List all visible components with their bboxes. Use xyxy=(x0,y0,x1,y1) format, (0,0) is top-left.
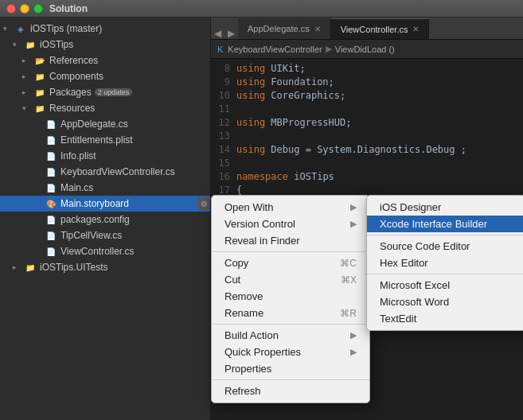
sidebar-item-label: Packages xyxy=(49,87,92,98)
sidebar-item-label: iOSTips xyxy=(40,39,73,50)
arrow-icon: ▸ xyxy=(13,263,24,271)
cm-separator xyxy=(212,324,369,325)
sidebar-item-label: Components xyxy=(49,71,103,82)
submenu-item-source-code-editor[interactable]: Source Code Editor xyxy=(367,238,523,255)
breadcrumb-class[interactable]: KeyboardViewController xyxy=(228,45,322,54)
submenu-item-ios-designer[interactable]: iOS Designer xyxy=(367,199,523,216)
tab-viewcontroller[interactable]: ViewController.cs ✕ xyxy=(331,18,430,39)
code-line: 8using UIKit; xyxy=(211,62,523,76)
shortcut-label: ⌘X xyxy=(341,274,357,286)
submenu-item-hex-editor[interactable]: Hex Editor xyxy=(367,255,523,271)
context-menu-item-rename[interactable]: Rename ⌘R xyxy=(212,305,369,321)
sidebar-item-iostips-master[interactable]: ▾ ◈ iOSTips (master) xyxy=(0,21,210,37)
title-bar: Solution xyxy=(0,0,523,18)
submenu-item-ms-excel[interactable]: Microsoft Excel xyxy=(367,277,523,294)
sidebar-item-appdelegate[interactable]: 📄 AppDelegate.cs xyxy=(0,116,210,132)
sidebar-item-keyboardviewcontroller[interactable]: 📄 KeyboardViewController.cs xyxy=(0,164,210,180)
tab-appdelegate[interactable]: AppDelegate.cs ✕ xyxy=(238,18,331,39)
sidebar-item-label: ViewController.cs xyxy=(60,246,134,257)
cs-icon: 📄 xyxy=(45,118,57,130)
sidebar-item-references[interactable]: ▸ 📂 References xyxy=(0,52,210,68)
tab-nav-prev[interactable]: ◀ xyxy=(211,28,224,39)
context-menu-item-version-control[interactable]: Version Control ▶ xyxy=(212,216,369,232)
code-line: 13 xyxy=(211,130,523,143)
context-menu-item-properties[interactable]: Properties xyxy=(212,360,369,377)
tab-nav-next[interactable]: ▶ xyxy=(224,28,238,39)
sidebar-item-info-plist[interactable]: 📄 Info.plist xyxy=(0,148,210,164)
cm-item-label: Properties xyxy=(224,363,271,375)
submenu-item-ms-word[interactable]: Microsoft Word xyxy=(367,294,523,310)
cm-item-label: Version Control xyxy=(224,218,295,230)
folder-icon: 📁 xyxy=(24,261,37,274)
minimize-button[interactable] xyxy=(20,4,29,14)
cm-item-label: iOS Designer xyxy=(380,201,441,213)
plist-icon: 📄 xyxy=(45,134,57,146)
sidebar-item-tipcellview[interactable]: 📄 TipCellView.cs xyxy=(0,228,210,243)
context-menu-item-copy[interactable]: Copy ⌘C xyxy=(212,255,369,271)
sidebar-item-packages[interactable]: ▸ 📁 Packages 2 updates xyxy=(0,84,210,100)
code-line: 14using Debug = System.Diagnostics.Debug… xyxy=(211,143,523,157)
code-line: 11 xyxy=(211,103,523,116)
cm-item-label: Rename xyxy=(224,307,263,319)
code-line: 12using MBProgressHUD; xyxy=(211,116,523,130)
cm-item-label: Microsoft Excel xyxy=(380,279,450,291)
cm-separator xyxy=(212,379,369,380)
context-menu-item-quick-properties[interactable]: Quick Properties ▶ xyxy=(212,344,369,360)
sidebar-item-label: packages.config xyxy=(60,214,130,225)
cs-icon: 📄 xyxy=(45,165,57,178)
arrow-icon: ▾ xyxy=(3,25,14,33)
code-line: 16namespace iOSTips xyxy=(211,170,523,184)
cm-item-label: Xcode Interface Builder xyxy=(380,218,487,230)
tab-label: AppDelegate.cs xyxy=(248,24,310,33)
context-menu-item-refresh[interactable]: Refresh xyxy=(212,383,369,399)
context-menu-item-remove[interactable]: Remove xyxy=(212,288,369,305)
sidebar-item-packages-config[interactable]: 📄 packages.config xyxy=(0,212,210,228)
cm-item-label: Reveal in Finder xyxy=(224,235,300,247)
window-controls xyxy=(6,4,43,14)
submenu-arrow-icon: ▶ xyxy=(350,219,357,229)
cm-item-label: Open With xyxy=(224,201,273,213)
sidebar-item-label: Resources xyxy=(49,103,95,114)
cm-separator xyxy=(367,274,523,274)
sidebar-item-label: KeyboardViewController.cs xyxy=(60,166,175,177)
code-line: 10using CoreGraphics; xyxy=(211,89,523,103)
project-icon: ◈ xyxy=(14,22,27,35)
maximize-button[interactable] xyxy=(33,4,43,14)
context-menu-item-build-action[interactable]: Build Action ▶ xyxy=(212,327,369,344)
cs-icon: 📄 xyxy=(45,181,57,194)
sidebar-item-entitlements[interactable]: 📄 Entitlements.plist xyxy=(0,132,210,148)
sidebar-item-label: Info.plist xyxy=(60,150,96,161)
ref-icon: 📂 xyxy=(33,54,46,67)
cm-item-label: Hex Editor xyxy=(380,257,428,269)
arrow-icon: ▾ xyxy=(22,104,33,112)
close-button[interactable] xyxy=(6,4,16,14)
context-menu-item-reveal-in-finder[interactable]: Reveal in Finder xyxy=(212,232,369,249)
window-title: Solution xyxy=(49,3,88,14)
tab-close-icon[interactable]: ✕ xyxy=(412,25,419,33)
tab-close-icon[interactable]: ✕ xyxy=(314,25,321,33)
arrow-icon: ▸ xyxy=(22,56,33,64)
cm-separator xyxy=(367,235,523,235)
cm-item-label: TextEdit xyxy=(380,313,416,325)
submenu-open-with: iOS Designer Xcode Interface Builder Sou… xyxy=(366,195,523,331)
sidebar-item-label: Main.cs xyxy=(60,182,93,193)
sidebar-item-iostips[interactable]: ▾ 📁 iOSTips xyxy=(0,37,210,52)
sidebar-item-label: TipCellView.cs xyxy=(60,230,122,241)
cs-icon: 📄 xyxy=(45,229,57,242)
sidebar-item-main-cs[interactable]: 📄 Main.cs xyxy=(0,180,210,196)
sidebar-item-components[interactable]: ▸ 📁 Components xyxy=(0,68,210,84)
submenu-item-textedit[interactable]: TextEdit xyxy=(367,310,523,327)
context-menu-item-open-with[interactable]: Open With ▶ xyxy=(212,199,369,216)
shortcut-label: ⌘C xyxy=(340,258,357,269)
plist-icon: 📄 xyxy=(45,150,57,162)
tab-label: ViewController.cs xyxy=(341,25,408,34)
submenu-item-xcode-ib[interactable]: Xcode Interface Builder xyxy=(367,216,523,232)
sidebar-item-iostips-uitests[interactable]: ▸ 📁 iOSTips.UITests xyxy=(0,259,210,275)
sidebar-item-viewcontroller[interactable]: 📄 ViewController.cs xyxy=(0,243,210,259)
sidebar-item-resources[interactable]: ▾ 📁 Resources xyxy=(0,100,210,116)
folder-icon: 📁 xyxy=(33,86,46,99)
context-menu-item-cut[interactable]: Cut ⌘X xyxy=(212,271,369,288)
sidebar-item-main-storyboard[interactable]: 🎨 Main.storyboard ⚙ xyxy=(0,196,210,212)
sidebar: ▾ ◈ iOSTips (master) ▾ 📁 iOSTips ▸ 📂 Ref… xyxy=(0,18,211,420)
breadcrumb-method[interactable]: ViewDidLoad () xyxy=(335,45,395,54)
